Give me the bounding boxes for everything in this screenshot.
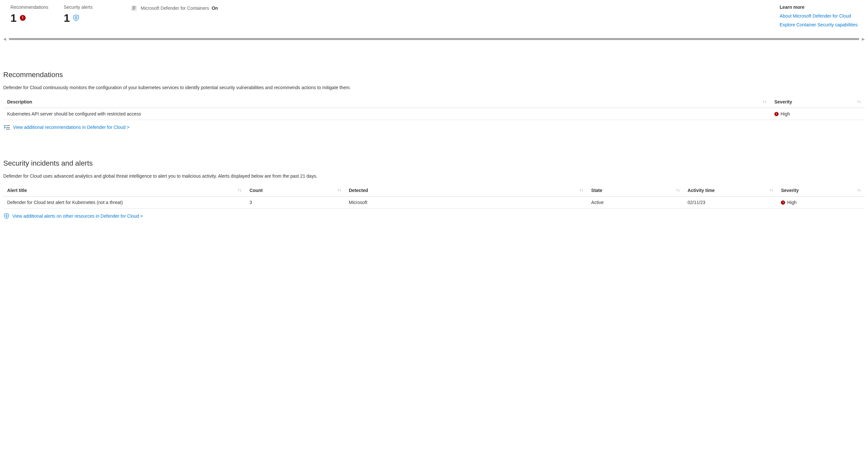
col-severity-label: Severity: [774, 99, 792, 105]
defender-icon: [131, 5, 137, 11]
alert-title-cell: Defender for Cloud test alert for Kubern…: [3, 197, 246, 209]
col-state[interactable]: State ↑↓: [587, 184, 684, 197]
col-detected[interactable]: Detected ↑↓: [345, 184, 587, 197]
recommendations-count: 1: [10, 12, 17, 23]
recommendations-summary-card[interactable]: Recommendations 1 !: [10, 5, 56, 23]
defender-label-text: Microsoft Defender for Containers: [141, 5, 209, 11]
defender-label: Microsoft Defender for Containers On: [141, 5, 218, 11]
col-state-label: State: [591, 188, 602, 193]
col-description[interactable]: Description ↑↓: [3, 96, 771, 108]
view-more-alerts-link[interactable]: View additional alerts on other resource…: [12, 213, 143, 219]
svg-point-0: [76, 17, 77, 18]
learn-more-panel: Learn more About Microsoft Defender for …: [780, 5, 858, 29]
sort-icon[interactable]: ↑↓: [769, 188, 773, 192]
sort-icon[interactable]: ↑↓: [676, 188, 680, 192]
alerts-table: Alert title ↑↓ Count ↑↓ Detected ↑↓ Stat…: [3, 184, 865, 209]
alert-state-cell: Active: [587, 197, 684, 209]
alerts-section: Security incidents and alerts Defender f…: [3, 159, 865, 219]
col-alert-severity-label: Severity: [781, 188, 799, 193]
recommendations-title: Recommendations: [3, 70, 865, 79]
recommendations-table: Description ↑↓ Severity ↑↓ Kubernetes AP…: [3, 96, 865, 120]
horizontal-scrollbar[interactable]: ◀ ▶: [3, 37, 865, 41]
shield-icon: [73, 14, 79, 21]
checklist-icon: [4, 125, 10, 129]
col-alert-severity[interactable]: Severity ↑↓: [777, 184, 865, 197]
scroll-left-icon[interactable]: ◀: [3, 37, 6, 41]
learn-more-link-explore[interactable]: Explore Container Security capabilities: [780, 21, 858, 29]
alerts-summary-card[interactable]: Security alerts 1: [64, 5, 117, 23]
sort-icon[interactable]: ↑↓: [857, 188, 861, 192]
sort-icon[interactable]: ↑↓: [238, 188, 242, 192]
severity-icon: !: [774, 112, 779, 116]
recommendations-section: Recommendations Defender for Cloud conti…: [3, 70, 865, 130]
defender-status-card[interactable]: Microsoft Defender for Containers On: [131, 5, 218, 11]
learn-more-title: Learn more: [780, 5, 858, 10]
svg-rect-1: [76, 18, 76, 19]
col-activity-label: Activity time: [688, 188, 715, 193]
recommendations-summary-label: Recommendations: [10, 5, 56, 10]
col-alert-title[interactable]: Alert title ↑↓: [3, 184, 246, 197]
severity-text: High: [780, 111, 790, 116]
alerts-title: Security incidents and alerts: [3, 159, 865, 168]
sort-icon[interactable]: ↑↓: [857, 99, 861, 104]
col-description-label: Description: [7, 99, 32, 105]
recommendations-summary-value: 1 !: [10, 12, 56, 23]
col-activity[interactable]: Activity time ↑↓: [684, 184, 777, 197]
sort-icon[interactable]: ↑↓: [337, 188, 341, 192]
svg-point-6: [6, 215, 7, 215]
svg-rect-7: [6, 216, 6, 217]
sort-icon[interactable]: ↑↓: [580, 188, 584, 192]
severity-text: High: [787, 200, 797, 205]
learn-more-link-about[interactable]: About Microsoft Defender for Cloud: [780, 12, 858, 21]
defender-status: On: [212, 5, 218, 11]
alert-detected-cell: Microsoft: [345, 197, 587, 209]
alerts-description: Defender for Cloud uses advanced analyti…: [3, 173, 865, 179]
alerts-count: 1: [64, 12, 70, 23]
col-severity[interactable]: Severity ↑↓: [771, 96, 865, 108]
col-count[interactable]: Count ↑↓: [246, 184, 345, 197]
scrollbar-thumb[interactable]: [9, 38, 859, 40]
alerts-summary-value: 1: [64, 12, 117, 23]
view-more-recommendations-link[interactable]: View additional recommendations in Defen…: [13, 125, 129, 130]
col-detected-label: Detected: [349, 188, 368, 193]
alert-severity-cell: ! High: [777, 197, 865, 209]
summary-row: Recommendations 1 ! Security alerts 1: [3, 3, 865, 33]
shield-icon: [4, 213, 9, 219]
alerts-summary-label: Security alerts: [64, 5, 117, 10]
view-more-alerts-row: View additional alerts on other resource…: [3, 213, 865, 219]
alert-activity-cell: 02/11/23: [684, 197, 777, 209]
table-row[interactable]: Defender for Cloud test alert for Kubern…: [3, 197, 865, 209]
alert-icon: !: [20, 15, 26, 21]
view-more-recommendations-row: View additional recommendations in Defen…: [3, 125, 865, 130]
col-count-label: Count: [250, 188, 263, 193]
table-row[interactable]: Kubernetes API server should be configur…: [3, 108, 865, 120]
alert-count-cell: 3: [246, 197, 345, 209]
recommendations-description: Defender for Cloud continuously monitors…: [3, 85, 865, 90]
recommendation-description: Kubernetes API server should be configur…: [3, 108, 771, 120]
scroll-right-icon[interactable]: ▶: [862, 37, 865, 41]
severity-icon: !: [781, 200, 785, 205]
sort-icon[interactable]: ↑↓: [763, 99, 767, 104]
recommendation-severity: ! High: [771, 108, 865, 120]
col-alert-title-label: Alert title: [7, 188, 27, 193]
